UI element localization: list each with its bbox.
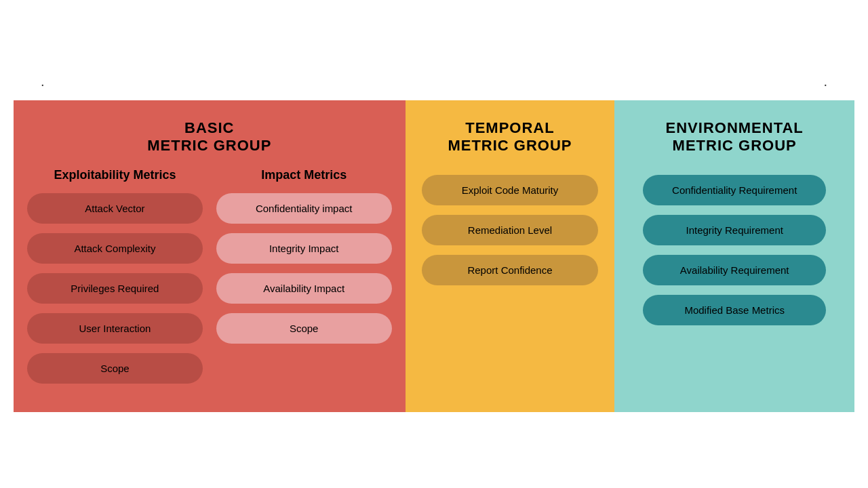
exploitability-column: Exploitability Metrics Attack Vector Att… <box>27 168 203 393</box>
temporal-group-title: TEMPORALMETRIC GROUP <box>448 119 572 155</box>
basic-inner: Exploitability Metrics Attack Vector Att… <box>27 168 392 393</box>
temporal-metric-group: TEMPORALMETRIC GROUP Exploit Code Maturi… <box>406 100 615 412</box>
attack-complexity-button[interactable]: Attack Complexity <box>27 233 203 264</box>
exploitability-subtitle: Exploitability Metrics <box>54 168 176 182</box>
basic-metric-group: BASICMETRIC GROUP Exploitability Metrics… <box>14 100 406 412</box>
impact-subtitle: Impact Metrics <box>261 168 347 182</box>
basic-group-title: BASICMETRIC GROUP <box>147 119 271 155</box>
dot-left: · <box>41 77 45 92</box>
remediation-level-button[interactable]: Remediation Level <box>422 215 598 245</box>
modified-base-metrics-button[interactable]: Modified Base Metrics <box>643 295 826 325</box>
scope-impact-button[interactable]: Scope <box>216 313 392 344</box>
report-confidence-button[interactable]: Report Confidence <box>422 255 598 285</box>
environmental-metric-group: ENVIRONMENTALMETRIC GROUP Confidentialit… <box>614 100 854 412</box>
attack-vector-button[interactable]: Attack Vector <box>27 193 203 224</box>
user-interaction-button[interactable]: User Interaction <box>27 313 203 344</box>
exploit-code-maturity-button[interactable]: Exploit Code Maturity <box>422 175 598 205</box>
dot-right: · <box>823 77 827 92</box>
scope-exploit-button[interactable]: Scope <box>27 353 203 384</box>
environmental-group-title: ENVIRONMENTALMETRIC GROUP <box>666 119 804 155</box>
integrity-impact-button[interactable]: Integrity Impact <box>216 233 392 264</box>
integrity-requirement-button[interactable]: Integrity Requirement <box>643 215 826 245</box>
top-dots: · · <box>14 77 854 92</box>
confidentiality-impact-button[interactable]: Confidentiality impact <box>216 193 392 224</box>
availability-impact-button[interactable]: Availability Impact <box>216 273 392 304</box>
privileges-required-button[interactable]: Privileges Required <box>27 273 203 304</box>
main-container: BASICMETRIC GROUP Exploitability Metrics… <box>14 100 854 412</box>
availability-requirement-button[interactable]: Availability Requirement <box>643 255 826 285</box>
impact-column: Impact Metrics Confidentiality impact In… <box>216 168 392 393</box>
confidentiality-requirement-button[interactable]: Confidentiality Requirement <box>643 175 826 205</box>
